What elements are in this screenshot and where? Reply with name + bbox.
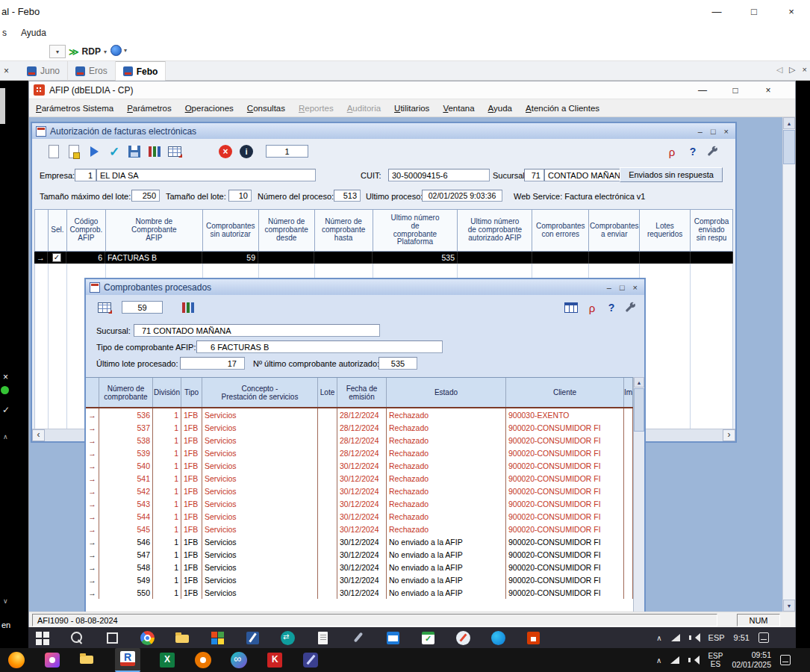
scrollbar-thumb[interactable]	[634, 388, 644, 432]
header-tipo[interactable]: Tipo	[181, 378, 202, 407]
comprobante-row-538[interactable]: →53811FBServicios28/12/2024Rechazado9000…	[86, 434, 633, 447]
header-nombre[interactable]: Nombre de Comprobante AFIP	[106, 210, 203, 252]
notification-icon[interactable]	[780, 655, 791, 665]
help-icon[interactable]: ?	[603, 299, 620, 316]
minimize-button[interactable]: —	[686, 85, 719, 96]
notepad-icon[interactable]	[315, 630, 331, 646]
header-codigo[interactable]: Código Comprob. AFIP	[67, 210, 106, 252]
enviados-sin-respuesta-button[interactable]: Enviados sin respuesta	[620, 167, 723, 182]
store-icon[interactable]	[526, 630, 541, 646]
language-indicator[interactable]: ESP	[708, 633, 725, 642]
krita-icon[interactable]	[266, 651, 284, 669]
maximize-button[interactable]: □	[735, 0, 773, 22]
sucursal-number-field[interactable]: 71	[524, 169, 544, 181]
pencil-icon[interactable]	[455, 630, 471, 646]
export-grid-icon[interactable]	[166, 143, 183, 160]
comprobante-row-548[interactable]: →54811FBServicios30/12/2024No enviado a …	[86, 561, 633, 573]
file-explorer-icon[interactable]	[175, 630, 190, 646]
stylus-icon[interactable]	[302, 651, 320, 669]
office-icon[interactable]	[210, 630, 225, 646]
blender-icon[interactable]	[194, 651, 212, 669]
table-view-icon[interactable]	[563, 299, 579, 316]
process-count-field[interactable]: 1	[266, 145, 308, 158]
excel-icon[interactable]	[158, 651, 176, 669]
vertical-scrollbar[interactable]: ▲	[633, 377, 644, 612]
header-con-errores[interactable]: Comprobantes con errores	[532, 210, 589, 252]
header-autorizado[interactable]: Ultimo número de comprobante autorizado …	[458, 210, 532, 252]
new-document-icon[interactable]	[46, 143, 62, 160]
header-plataforma[interactable]: Ultimo número de comprobante Plataforma	[373, 210, 458, 252]
menu-item-reportes[interactable]: Reportes	[299, 104, 334, 113]
header-concepto[interactable]: Concepto - Prestación de servicios	[202, 378, 318, 407]
file-explorer-icon[interactable]	[79, 651, 97, 669]
menu-item-parametros[interactable]: Parámetros	[127, 104, 171, 113]
maximize-button[interactable]: □	[620, 283, 625, 292]
globe-button[interactable]: ▾	[110, 45, 127, 56]
close-button[interactable]: ×	[724, 127, 729, 136]
comprobante-row-536[interactable]: →53611FBServicios28/12/2024Rechazado9000…	[86, 408, 633, 421]
language-indicator[interactable]: ESP ES	[708, 652, 723, 669]
header-cliente[interactable]: Cliente	[506, 378, 624, 407]
scrollbar-thumb[interactable]	[783, 130, 795, 164]
rho-icon[interactable]: ρ	[664, 143, 680, 160]
header-fecha[interactable]: Fecha de emisión	[337, 378, 387, 407]
count-field[interactable]: 59	[122, 301, 163, 314]
verify-icon[interactable]: ✓	[106, 143, 122, 160]
menu-ayuda[interactable]: Ayuda	[21, 28, 46, 38]
close-icon[interactable]: ×	[3, 372, 8, 382]
comprobante-row-546[interactable]: →54611FBServicios30/12/2024No enviado a …	[86, 535, 633, 548]
maximize-button[interactable]: □	[711, 127, 716, 136]
menu-item-ayuda[interactable]: Ayuda	[488, 104, 512, 113]
sel-checkbox[interactable]: ✓	[52, 253, 61, 262]
scroll-up-icon[interactable]: ▲	[783, 117, 795, 129]
tools-icon[interactable]	[623, 299, 639, 316]
menu-item-consultas[interactable]: Consultas	[247, 104, 285, 113]
header-sin-respuesta[interactable]: Comproba enviado sin respu	[691, 210, 733, 252]
tab-juno[interactable]: Juno	[19, 61, 68, 81]
rho-icon[interactable]: ρ	[584, 299, 600, 316]
clock[interactable]: 09:51 02/01/2025	[732, 650, 771, 669]
cancel-icon[interactable]: ×	[217, 143, 234, 160]
tab-febo[interactable]: Febo	[116, 61, 166, 81]
tab-scroll-left-icon[interactable]: ◁	[776, 65, 782, 75]
sync-icon[interactable]	[280, 630, 296, 646]
header-a-enviar[interactable]: Comprobantes a enviar	[589, 210, 640, 252]
restore-button[interactable]: □	[719, 85, 752, 96]
comprobante-row-539[interactable]: →53911FBServicios28/12/2024Rechazado9000…	[86, 447, 633, 459]
tab-scroll-right-icon[interactable]: ▷	[789, 65, 795, 75]
design-app-icon[interactable]	[43, 651, 61, 669]
chevron-up-icon[interactable]: ∧	[656, 634, 661, 642]
export-grid-icon[interactable]	[96, 299, 113, 316]
toolbar-dropdown[interactable]: ▾	[49, 45, 66, 58]
comprobante-row-543[interactable]: →54311FBServicios30/12/2024Rechazado9000…	[86, 497, 633, 510]
menu-item-ventana[interactable]: Ventana	[443, 104, 474, 113]
comprobante-row-537[interactable]: →53711FBServicios28/12/2024Rechazado9000…	[86, 421, 633, 434]
firefox-icon[interactable]	[7, 651, 25, 669]
volume-icon[interactable]	[689, 633, 700, 642]
mail-icon[interactable]	[385, 630, 401, 646]
comprobante-row-540[interactable]: →54011FBServicios30/12/2024Rechazado9000…	[86, 459, 633, 472]
scroll-right-icon[interactable]: ›	[723, 429, 735, 441]
word-icon[interactable]	[245, 630, 261, 646]
edge-icon[interactable]	[490, 630, 506, 646]
close-button[interactable]: ×	[633, 283, 638, 292]
volume-icon[interactable]	[688, 656, 699, 665]
chevron-up-icon[interactable]: ∧	[656, 656, 661, 665]
comprobante-row-541[interactable]: →54111FBServicios30/12/2024Rechazado9000…	[86, 472, 633, 485]
active-app-highlight[interactable]	[115, 648, 140, 672]
remote-desktop-icon[interactable]	[119, 650, 137, 668]
tab-close-all-icon[interactable]: ×	[803, 65, 807, 75]
header-hasta[interactable]: Número de comprobante hasta	[315, 210, 373, 252]
empresa-name-field[interactable]: EL DIA SA	[96, 169, 316, 181]
run-process-icon[interactable]	[86, 143, 102, 160]
comprobante-row-542[interactable]: →54211FBServicios30/12/2024Rechazado9000…	[86, 485, 633, 497]
scroll-up-icon[interactable]: ▲	[634, 377, 644, 388]
comprobante-row-547[interactable]: →54711FBServicios30/12/2024No enviado a …	[86, 548, 633, 561]
tamano-maximo-field[interactable]: 250	[131, 190, 160, 202]
minimize-button[interactable]: –	[607, 283, 611, 292]
header-sel[interactable]: Sel.	[49, 210, 67, 252]
close-button[interactable]: ×	[752, 85, 785, 96]
help-icon[interactable]: ?	[685, 143, 701, 160]
comprobante-row-550[interactable]: →55011FBServicios30/12/2024No enviado a …	[86, 586, 633, 599]
header-sin-autorizar[interactable]: Comprobantes sin autorizar	[203, 210, 259, 252]
